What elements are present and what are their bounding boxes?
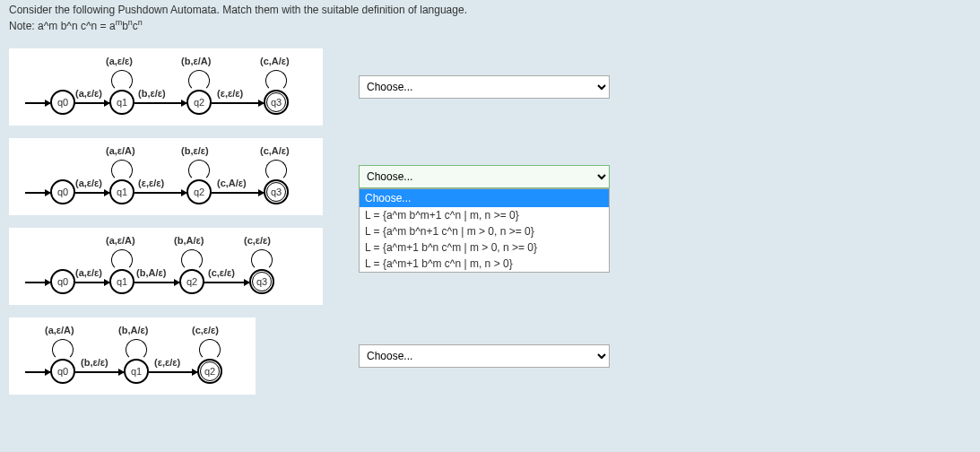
loop-label: (a,ε/A) <box>106 145 135 156</box>
edge <box>75 282 109 283</box>
edge <box>134 282 179 283</box>
state-q0: q0 <box>50 359 75 384</box>
edge-label: (ε,ε/ε) <box>154 357 180 368</box>
dropdown-option[interactable]: L = {a^m+1 b^m c^n | m, n > 0} <box>360 256 609 272</box>
edge-label: (c,ε/ε) <box>208 267 235 278</box>
loop-label: (c,ε/ε) <box>244 235 271 246</box>
state-q1: q1 <box>124 359 149 384</box>
edge-label: (ε,ε/ε) <box>138 178 164 188</box>
question-text: Consider the following Pushdown Automata… <box>9 4 971 16</box>
loop-label: (c,A/ε) <box>260 145 290 156</box>
note-sup: m <box>116 18 123 27</box>
start-arrow <box>25 371 50 373</box>
dropdown-option[interactable]: L = {a^m+1 b^n c^m | m > 0, n >= 0} <box>360 239 609 256</box>
note-sup: n <box>138 18 143 27</box>
edge <box>204 282 249 283</box>
answer-dropdown-open: Choose... L = {a^m b^m+1 c^n | m, n >= 0… <box>359 188 610 273</box>
loop <box>188 70 210 91</box>
loop <box>126 339 147 361</box>
state-q2: q2 <box>179 269 204 294</box>
state-q1: q1 <box>109 90 134 115</box>
pda-row-4: q0 (a,ε/A) (b,ε/ε) q1 (b,A/ε) (ε,ε/ε) q2… <box>9 317 971 395</box>
edge <box>134 192 186 194</box>
start-arrow <box>25 282 50 283</box>
edge-label: (a,ε/ε) <box>75 267 102 278</box>
loop <box>265 160 287 181</box>
answer-select-1[interactable]: Choose... <box>359 75 610 99</box>
edge <box>75 192 109 194</box>
state-q3-final: q3 <box>264 179 289 204</box>
state-q2: q2 <box>186 90 212 115</box>
edge <box>212 192 264 194</box>
loop-label: (c,A/ε) <box>260 56 290 66</box>
loop-label: (b,ε/ε) <box>181 145 209 156</box>
state-q0: q0 <box>50 179 75 204</box>
state-q1: q1 <box>109 269 134 294</box>
edge <box>134 102 186 104</box>
edge <box>75 102 109 104</box>
loop <box>181 249 203 271</box>
edge-label: (a,ε/ε) <box>75 88 102 99</box>
pda-diagram-1: q0 (a,ε/ε) q1 (a,ε/ε) (b,ε/ε) q2 (b,ε/A)… <box>9 48 323 126</box>
edge-label: (b,ε/ε) <box>81 357 108 368</box>
loop <box>52 339 74 361</box>
pda-row-1: q0 (a,ε/ε) q1 (a,ε/ε) (b,ε/ε) q2 (b,ε/A)… <box>9 48 971 126</box>
loop-label: (c,ε/ε) <box>192 325 219 335</box>
loop-label: (a,ε/ε) <box>106 56 133 66</box>
pda-diagram-2: q0 (a,ε/ε) q1 (a,ε/A) (ε,ε/ε) q2 (b,ε/ε)… <box>9 138 323 215</box>
pda-row-2: q0 (a,ε/ε) q1 (a,ε/A) (ε,ε/ε) q2 (b,ε/ε)… <box>9 138 971 215</box>
state-q2: q2 <box>186 179 212 204</box>
answer-select-4[interactable]: Choose... <box>359 344 610 368</box>
loop-label: (b,A/ε) <box>118 325 148 335</box>
loop <box>265 70 287 91</box>
start-arrow <box>25 102 50 104</box>
loop <box>188 160 210 181</box>
dropdown-option[interactable]: L = {a^m b^n+1 c^n | m > 0, n >= 0} <box>360 223 609 239</box>
loop-label: (b,A/ε) <box>174 235 204 246</box>
edge-label: (b,A/ε) <box>136 267 166 278</box>
state-q0: q0 <box>50 269 75 294</box>
state-q1: q1 <box>109 179 134 204</box>
note-prefix: Note: a^m b^n c^n = a <box>9 20 116 32</box>
question-note: Note: a^m b^n c^n = ambncn <box>9 18 971 32</box>
state-q2-final: q2 <box>197 359 222 384</box>
edge <box>212 102 264 104</box>
edge-label: (a,ε/ε) <box>75 178 102 188</box>
loop <box>199 339 221 361</box>
pda-diagram-3: q0 (a,ε/ε) q1 (a,ε/A) (b,A/ε) q2 (b,A/ε)… <box>9 228 323 305</box>
state-q0: q0 <box>50 90 75 115</box>
edge-label: (ε,ε/ε) <box>217 88 243 99</box>
loop-label: (a,ε/A) <box>106 235 135 246</box>
dropdown-option-placeholder[interactable]: Choose... <box>360 189 609 207</box>
edge-label: (b,ε/ε) <box>138 88 166 99</box>
state-q3-final: q3 <box>264 90 289 115</box>
loop-label: (b,ε/A) <box>181 56 211 66</box>
loop <box>111 70 133 91</box>
loop <box>111 160 133 181</box>
loop-label: (a,ε/A) <box>45 325 74 335</box>
note-mid: b <box>122 20 128 32</box>
dropdown-option[interactable]: L = {a^m b^m+1 c^n | m, n >= 0} <box>360 207 609 223</box>
edge-label: (c,A/ε) <box>217 178 247 188</box>
edge <box>75 371 124 373</box>
answer-select-2[interactable]: Choose... <box>359 165 610 188</box>
state-q3-final: q3 <box>249 269 274 294</box>
loop <box>251 249 273 271</box>
loop <box>111 249 133 271</box>
edge <box>149 371 197 373</box>
pda-diagram-4: q0 (a,ε/A) (b,ε/ε) q1 (b,A/ε) (ε,ε/ε) q2… <box>9 317 256 395</box>
start-arrow <box>25 192 50 194</box>
